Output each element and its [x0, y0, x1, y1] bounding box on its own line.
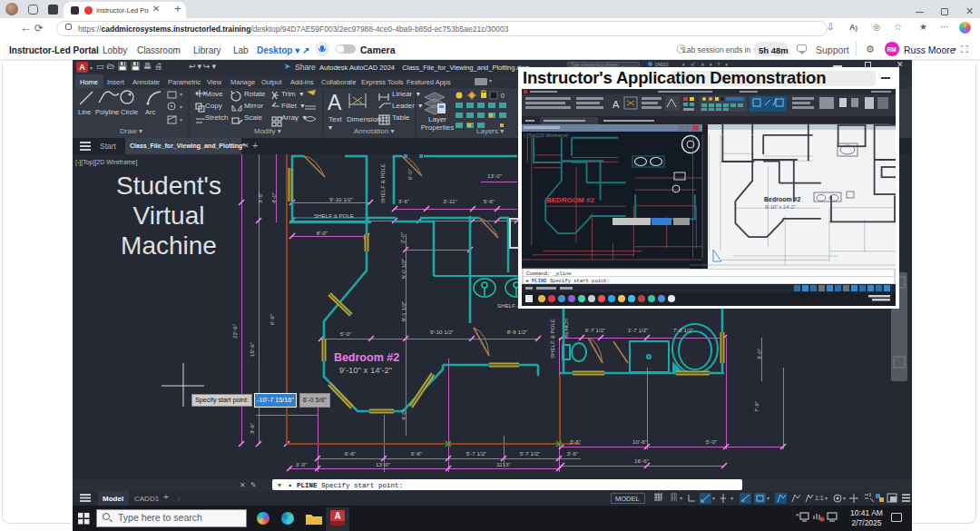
svg-text:9'-10" x 14'-2": 9'-10" x 14'-2" — [765, 204, 796, 210]
svg-text:9'-10" x 14'-2": 9'-10" x 14'-2" — [339, 365, 392, 375]
svg-text:0: 0 — [501, 93, 505, 99]
svg-text:▾: ▾ — [180, 104, 182, 110]
svg-text:3'-0": 3'-0" — [296, 461, 307, 467]
svg-text:22'-6": 22'-6" — [231, 324, 238, 339]
svg-text:5'-6": 5'-6" — [484, 198, 495, 204]
svg-text:▾: ▾ — [180, 117, 182, 123]
svg-text:15'-6": 15'-6" — [249, 342, 255, 357]
svg-text:6'-6": 6'-6" — [411, 450, 422, 457]
svg-text:SHELF & POLE: SHELF & POLE — [549, 319, 555, 359]
svg-text:5'-0": 5'-0" — [340, 330, 351, 337]
svg-text:6'-7 1/2": 6'-7 1/2" — [585, 327, 606, 333]
svg-text:1'-7 1/2": 1'-7 1/2" — [628, 327, 649, 333]
svg-text:[-][Top][2D Wireframe]: [-][Top][2D Wireframe] — [75, 159, 138, 166]
svg-text:Bedroom #2: Bedroom #2 — [764, 196, 801, 202]
svg-text:2'-0": 2'-0" — [399, 232, 406, 243]
svg-text:Bedroom #2: Bedroom #2 — [334, 351, 399, 364]
svg-text:3'-11": 3'-11" — [443, 198, 456, 204]
svg-text:9'-10 1/2": 9'-10 1/2" — [430, 329, 454, 335]
svg-text:7'-6": 7'-6" — [753, 401, 760, 412]
svg-text:4'-0": 4'-0" — [270, 192, 277, 203]
svg-text:Command: _pline: Command: _pline — [526, 270, 572, 277]
svg-text:3'-6": 3'-6" — [570, 438, 581, 445]
svg-text:13'-0": 13'-0" — [376, 461, 390, 467]
svg-text:16'-6": 16'-6" — [634, 457, 649, 464]
svg-text:▾: ▾ — [843, 496, 846, 501]
svg-text:3'-6": 3'-6" — [249, 423, 255, 434]
svg-text:A: A — [612, 99, 620, 110]
svg-text:4'-0": 4'-0" — [400, 409, 407, 420]
svg-text:5'-7 1/2": 5'-7 1/2" — [466, 450, 487, 457]
svg-text:5'-0": 5'-0" — [706, 438, 717, 445]
svg-text:6'-6": 6'-6" — [269, 314, 275, 325]
svg-text:3'-6": 3'-6" — [398, 198, 409, 204]
svg-text:9'-10 1/2": 9'-10 1/2" — [329, 196, 353, 202]
svg-text:6'-0": 6'-0" — [407, 169, 413, 180]
svg-text:5'-0 1/2": 5'-0 1/2" — [400, 259, 407, 280]
svg-text:BEDROOM #2: BEDROOM #2 — [546, 196, 594, 204]
svg-text:SHELF & POLE: SHELF & POLE — [379, 163, 386, 203]
svg-text:8'-0": 8'-0" — [317, 230, 328, 236]
svg-text:8'-9 1/2": 8'-9 1/2" — [507, 329, 528, 335]
svg-text:13'-0": 13'-0" — [487, 172, 502, 179]
svg-text:▾: ▾ — [712, 496, 715, 501]
svg-text:6'-6": 6'-6" — [345, 450, 356, 457]
svg-text:3'-5": 3'-5" — [257, 192, 263, 203]
svg-text:3'-6": 3'-6" — [567, 450, 578, 457]
svg-text:▾: ▾ — [825, 496, 828, 501]
svg-text:SHELF & POLE: SHELF & POLE — [314, 212, 354, 219]
svg-text:[-][Top][2D Wireframe]: [-][Top][2D Wireframe] — [524, 133, 569, 138]
svg-text:1:1: 1:1 — [815, 495, 824, 501]
svg-text:BENCH: BENCH — [563, 319, 569, 339]
svg-text:3'-0": 3'-0" — [756, 349, 762, 359]
svg-text:7'-0 1/2": 7'-0 1/2" — [673, 327, 694, 333]
svg-text:5'-7 1/2": 5'-7 1/2" — [520, 450, 541, 457]
svg-text:11'-3": 11'-3" — [496, 461, 510, 467]
svg-text:▾: ▾ — [680, 496, 682, 501]
svg-text:A: A — [328, 91, 342, 114]
svg-text:▾: ▾ — [180, 92, 182, 97]
svg-text:8'-1 1/2": 8'-1 1/2" — [400, 301, 407, 322]
svg-text:▾: ▾ — [767, 496, 769, 501]
svg-text:10'-6": 10'-6" — [632, 438, 647, 445]
svg-text:▾: ▾ — [730, 496, 733, 501]
svg-text:▸ PLINE Specify start point:: ▸ PLINE Specify start point: — [526, 278, 610, 284]
